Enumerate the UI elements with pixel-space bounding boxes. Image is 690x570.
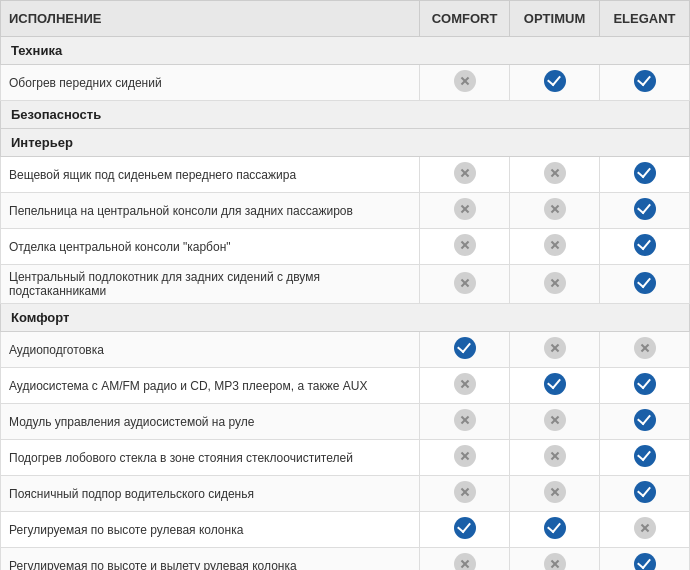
check-icon bbox=[634, 70, 656, 92]
check-icon bbox=[634, 272, 656, 294]
check-cell bbox=[600, 476, 690, 512]
cross-icon bbox=[544, 198, 566, 220]
feature-name: Модуль управления аудиосистемой на руле bbox=[1, 404, 420, 440]
feature-name: Отделка центральной консоли "карбон" bbox=[1, 229, 420, 265]
cross-icon bbox=[544, 162, 566, 184]
table-row: Вещевой ящик под сиденьем переднего пасс… bbox=[1, 157, 690, 193]
check-icon bbox=[544, 70, 566, 92]
check-cell bbox=[420, 512, 510, 548]
cross-icon bbox=[454, 272, 476, 294]
table-row: Модуль управления аудиосистемой на руле bbox=[1, 404, 690, 440]
check-cell bbox=[510, 157, 600, 193]
cross-icon bbox=[544, 272, 566, 294]
category-row: Комфорт bbox=[1, 304, 690, 332]
comfort-col-header: COMFORT bbox=[420, 1, 510, 37]
category-name: Безопасность bbox=[1, 101, 690, 129]
feature-name: Аудиосистема с AM/FM радио и CD, MP3 пле… bbox=[1, 368, 420, 404]
check-cell bbox=[420, 265, 510, 304]
check-cell bbox=[510, 229, 600, 265]
cross-icon bbox=[454, 234, 476, 256]
cross-icon bbox=[634, 337, 656, 359]
feature-name: Пепельница на центральной консоли для за… bbox=[1, 193, 420, 229]
optimum-col-header: OPTIMUM bbox=[510, 1, 600, 37]
feature-name: Вещевой ящик под сиденьем переднего пасс… bbox=[1, 157, 420, 193]
cross-icon bbox=[634, 517, 656, 539]
check-cell bbox=[600, 65, 690, 101]
check-cell bbox=[420, 193, 510, 229]
check-icon bbox=[454, 517, 476, 539]
cross-icon bbox=[454, 409, 476, 431]
category-row: Техника bbox=[1, 37, 690, 65]
check-cell bbox=[600, 440, 690, 476]
check-icon bbox=[634, 553, 656, 570]
check-cell bbox=[420, 548, 510, 571]
check-cell bbox=[420, 368, 510, 404]
feature-name: Поясничный подпор водительского сиденья bbox=[1, 476, 420, 512]
check-icon bbox=[634, 445, 656, 467]
check-cell bbox=[510, 512, 600, 548]
cross-icon bbox=[544, 234, 566, 256]
check-cell bbox=[600, 265, 690, 304]
check-icon bbox=[544, 517, 566, 539]
cross-icon bbox=[454, 481, 476, 503]
cross-icon bbox=[454, 373, 476, 395]
feature-name: Подогрев лобового стекла в зоне стояния … bbox=[1, 440, 420, 476]
check-cell bbox=[510, 476, 600, 512]
check-cell bbox=[420, 404, 510, 440]
check-cell bbox=[510, 332, 600, 368]
check-cell bbox=[510, 193, 600, 229]
check-cell bbox=[420, 229, 510, 265]
feature-col-header: ИСПОЛНЕНИЕ bbox=[1, 1, 420, 37]
check-cell bbox=[600, 229, 690, 265]
table-row: Обогрев передних сидений bbox=[1, 65, 690, 101]
cross-icon bbox=[544, 445, 566, 467]
cross-icon bbox=[544, 409, 566, 431]
check-cell bbox=[510, 404, 600, 440]
table-row: Аудиосистема с AM/FM радио и CD, MP3 пле… bbox=[1, 368, 690, 404]
check-icon bbox=[544, 373, 566, 395]
cross-icon bbox=[454, 553, 476, 570]
check-cell bbox=[420, 65, 510, 101]
cross-icon bbox=[454, 198, 476, 220]
check-icon bbox=[634, 409, 656, 431]
category-row: Интерьер bbox=[1, 129, 690, 157]
check-cell bbox=[600, 193, 690, 229]
check-cell bbox=[420, 440, 510, 476]
cross-icon bbox=[544, 481, 566, 503]
feature-name: Регулируемая по высоте рулевая колонка bbox=[1, 512, 420, 548]
check-cell bbox=[510, 368, 600, 404]
check-icon bbox=[634, 481, 656, 503]
check-cell bbox=[420, 157, 510, 193]
check-cell bbox=[600, 332, 690, 368]
feature-name: Центральный подлокотник для задних сиден… bbox=[1, 265, 420, 304]
table-row: Регулируемая по высоте и вылету рулевая … bbox=[1, 548, 690, 571]
table-row: Пепельница на центральной консоли для за… bbox=[1, 193, 690, 229]
check-cell bbox=[600, 404, 690, 440]
check-icon bbox=[454, 337, 476, 359]
table-row: Подогрев лобового стекла в зоне стояния … bbox=[1, 440, 690, 476]
table-row: Поясничный подпор водительского сиденья bbox=[1, 476, 690, 512]
table-row: Центральный подлокотник для задних сиден… bbox=[1, 265, 690, 304]
check-cell bbox=[420, 476, 510, 512]
category-name: Интерьер bbox=[1, 129, 690, 157]
feature-name: Обогрев передних сидений bbox=[1, 65, 420, 101]
check-icon bbox=[634, 373, 656, 395]
feature-name: Аудиоподготовка bbox=[1, 332, 420, 368]
check-cell bbox=[510, 265, 600, 304]
check-cell bbox=[510, 440, 600, 476]
check-cell bbox=[600, 512, 690, 548]
category-name: Комфорт bbox=[1, 304, 690, 332]
cross-icon bbox=[544, 553, 566, 570]
check-icon bbox=[634, 234, 656, 256]
category-name: Техника bbox=[1, 37, 690, 65]
check-cell bbox=[600, 548, 690, 571]
cross-icon bbox=[544, 337, 566, 359]
table-row: Аудиоподготовка bbox=[1, 332, 690, 368]
check-cell bbox=[600, 368, 690, 404]
table-row: Регулируемая по высоте рулевая колонка bbox=[1, 512, 690, 548]
feature-name: Регулируемая по высоте и вылету рулевая … bbox=[1, 548, 420, 571]
check-icon bbox=[634, 198, 656, 220]
check-cell bbox=[600, 157, 690, 193]
check-icon bbox=[634, 162, 656, 184]
comparison-table: ИСПОЛНЕНИЕ COMFORT OPTIMUM ELEGANT Техни… bbox=[0, 0, 690, 570]
